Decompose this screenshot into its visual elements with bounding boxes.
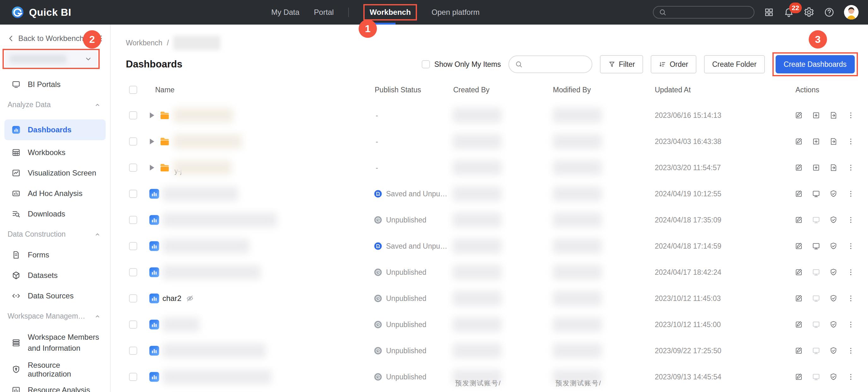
monitor-icon[interactable] bbox=[812, 320, 820, 329]
more-icon[interactable] bbox=[846, 242, 855, 250]
dashboard-name-redacted[interactable] bbox=[162, 239, 249, 253]
filter-button[interactable]: Filter bbox=[600, 55, 643, 73]
more-icon[interactable] bbox=[846, 294, 855, 302]
sidebar-item-data-sources[interactable]: Data Sources bbox=[0, 286, 110, 306]
sidebar-item-ad-hoc-analysis[interactable]: Ad Hoc Analysis bbox=[0, 183, 110, 203]
folder-name-redacted[interactable] bbox=[173, 134, 242, 149]
sidebar-section-data-construction[interactable]: Data Construction bbox=[0, 224, 110, 244]
move-icon[interactable] bbox=[829, 111, 838, 120]
monitor-icon[interactable] bbox=[812, 242, 820, 250]
edit-icon[interactable] bbox=[795, 294, 803, 302]
more-icon[interactable] bbox=[846, 346, 855, 355]
more-icon[interactable] bbox=[846, 320, 855, 329]
sidebar-section-analyze-data[interactable]: Analyze Data bbox=[0, 95, 110, 115]
monitor-icon[interactable] bbox=[812, 294, 820, 302]
shield-check-icon[interactable] bbox=[829, 372, 838, 381]
more-icon[interactable] bbox=[846, 268, 855, 276]
row-checkbox[interactable] bbox=[129, 164, 137, 172]
shield-check-icon[interactable] bbox=[829, 346, 838, 355]
sidebar-item-workspace-members[interactable]: Workspace Members and Information bbox=[0, 326, 110, 359]
quick-bi-logo[interactable]: Quick BI bbox=[11, 5, 71, 19]
monitor-icon[interactable] bbox=[812, 372, 820, 381]
move-icon[interactable] bbox=[829, 163, 838, 172]
sidebar-item-datasets[interactable]: Datasets bbox=[0, 265, 110, 286]
more-icon[interactable] bbox=[846, 163, 855, 172]
edit-icon[interactable] bbox=[795, 163, 803, 172]
more-icon[interactable] bbox=[846, 372, 855, 381]
more-icon[interactable] bbox=[846, 216, 855, 224]
more-icon[interactable] bbox=[846, 137, 855, 145]
edit-icon[interactable] bbox=[795, 137, 803, 145]
row-checkbox[interactable] bbox=[129, 268, 137, 276]
nav-item-workbench[interactable]: Workbench bbox=[363, 4, 417, 21]
shield-check-icon[interactable] bbox=[829, 320, 838, 329]
edit-icon[interactable] bbox=[795, 346, 803, 355]
global-search-input[interactable] bbox=[670, 8, 761, 17]
bell-icon[interactable]: 22 bbox=[783, 7, 794, 18]
sidebar-item-resource-analysis[interactable]: Resource Analysis bbox=[0, 380, 110, 392]
show-only-checkbox[interactable] bbox=[422, 60, 430, 68]
help-icon[interactable] bbox=[824, 7, 835, 18]
app-grid-icon[interactable] bbox=[764, 7, 774, 17]
gear-icon[interactable] bbox=[804, 7, 814, 18]
edit-icon[interactable] bbox=[795, 242, 803, 250]
list-search[interactable] bbox=[508, 56, 592, 73]
shield-check-icon[interactable] bbox=[829, 242, 838, 250]
shield-check-icon[interactable] bbox=[829, 216, 838, 224]
dashboard-name[interactable]: char2 bbox=[162, 294, 194, 303]
dashboard-name-redacted[interactable] bbox=[162, 213, 277, 227]
edit-icon[interactable] bbox=[795, 268, 803, 276]
folder-name-redacted[interactable] bbox=[173, 160, 231, 175]
monitor-icon[interactable] bbox=[812, 216, 820, 224]
shield-check-icon[interactable] bbox=[829, 294, 838, 302]
row-checkbox[interactable] bbox=[129, 347, 137, 355]
nav-item-open-platform[interactable]: Open platform bbox=[432, 8, 479, 17]
edit-icon[interactable] bbox=[795, 111, 803, 120]
edit-icon[interactable] bbox=[795, 372, 803, 381]
show-only-my-items[interactable]: Show Only My Items bbox=[422, 60, 501, 69]
row-checkbox[interactable] bbox=[129, 321, 137, 329]
row-checkbox[interactable] bbox=[129, 294, 137, 302]
edit-icon[interactable] bbox=[795, 216, 803, 224]
select-all-checkbox[interactable] bbox=[129, 86, 137, 94]
row-checkbox[interactable] bbox=[129, 111, 137, 120]
edit-icon[interactable] bbox=[795, 320, 803, 329]
sidebar-item-forms[interactable]: Forms bbox=[0, 244, 110, 265]
row-checkbox[interactable] bbox=[129, 373, 137, 381]
shield-check-icon[interactable] bbox=[829, 268, 838, 276]
global-search[interactable] bbox=[653, 6, 754, 19]
sidebar-item-bi-portals[interactable]: BI Portals bbox=[0, 74, 110, 95]
more-icon[interactable] bbox=[846, 111, 855, 120]
sidebar-item-visualization-screen[interactable]: Visualization Screen bbox=[0, 163, 110, 183]
move-icon[interactable] bbox=[829, 137, 838, 145]
dashboard-name-redacted[interactable] bbox=[162, 317, 200, 332]
monitor-icon[interactable] bbox=[812, 189, 820, 198]
sidebar-item-resource-authorization[interactable]: Resource authorization bbox=[0, 359, 110, 380]
monitor-icon[interactable] bbox=[812, 268, 820, 276]
folder-name-redacted[interactable] bbox=[173, 108, 233, 123]
sidebar-item-workbooks[interactable]: Workbooks bbox=[0, 142, 110, 163]
row-checkbox[interactable] bbox=[129, 216, 137, 224]
create-dashboards-button[interactable]: Create Dashboards bbox=[776, 55, 855, 73]
expander-icon[interactable] bbox=[150, 112, 154, 118]
edit-icon[interactable] bbox=[795, 189, 803, 198]
nav-item-portal[interactable]: Portal bbox=[314, 8, 334, 17]
row-checkbox[interactable] bbox=[129, 242, 137, 250]
monitor-icon[interactable] bbox=[812, 346, 820, 355]
sidebar-item-dashboards[interactable]: Dashboards bbox=[4, 120, 106, 140]
order-button[interactable]: Order bbox=[651, 55, 696, 73]
expander-icon[interactable] bbox=[150, 165, 154, 170]
sidebar-item-downloads[interactable]: Downloads bbox=[0, 203, 110, 224]
add-icon[interactable] bbox=[812, 111, 820, 120]
avatar[interactable] bbox=[844, 5, 859, 20]
row-checkbox[interactable] bbox=[129, 190, 137, 198]
more-icon[interactable] bbox=[846, 189, 855, 198]
breadcrumb-root[interactable]: Workbench bbox=[126, 39, 162, 47]
sidebar-section-workspace-management[interactable]: Workspace Managem… bbox=[0, 306, 110, 326]
nav-item-my-data[interactable]: My Data bbox=[271, 8, 299, 17]
dashboard-name-redacted[interactable] bbox=[162, 370, 272, 384]
dashboard-name-redacted[interactable] bbox=[162, 344, 266, 358]
expander-icon[interactable] bbox=[150, 139, 154, 144]
create-folder-button[interactable]: Create Folder bbox=[704, 55, 765, 73]
add-icon[interactable] bbox=[812, 137, 820, 145]
